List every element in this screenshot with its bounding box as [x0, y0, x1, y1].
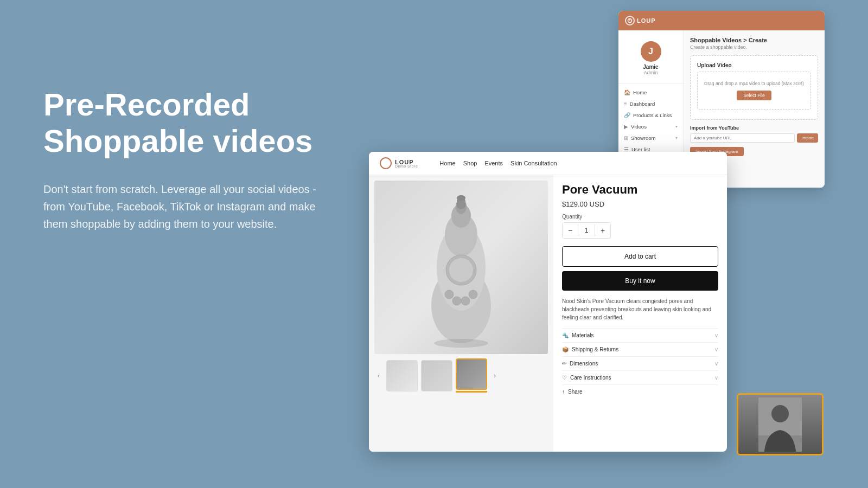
import-youtube-button[interactable]: Import — [797, 133, 818, 143]
chevron-down-icon: ∨ — [714, 332, 718, 338]
admin-role: Admin — [644, 70, 658, 75]
store-logo: LOUP Demo Store — [380, 157, 418, 169]
sidebar-item-videos[interactable]: ▶ Videos ▾ — [618, 121, 683, 132]
chevron-down-icon: ▾ — [675, 136, 678, 140]
store-body: ‹ › Pore Vacuum $129.00 USD Quantity − — [369, 175, 727, 452]
share-text: Share — [568, 389, 583, 395]
accordion-share-label: ↑ Share — [562, 389, 583, 395]
import-youtube-title: Import from YouTube — [690, 125, 818, 131]
dimensions-text: Dimensions — [570, 361, 598, 367]
video-person-preview — [738, 395, 822, 454]
admin-user: J Jamie Admin — [618, 36, 683, 84]
sidebar-item-dashboard[interactable]: ≡ Dashboard — [618, 98, 683, 110]
prev-thumb-arrow[interactable]: ‹ — [374, 371, 383, 380]
breadcrumb-sub: Create a shoppable video. — [690, 44, 818, 50]
thumbnail-1[interactable] — [386, 360, 418, 391]
thumb-active-indicator — [456, 391, 487, 393]
next-thumb-arrow[interactable]: › — [490, 371, 499, 380]
youtube-url-input[interactable] — [690, 133, 795, 143]
sidebar-item-label: Showroom — [631, 135, 655, 141]
thumbnail-2[interactable] — [421, 360, 452, 391]
home-icon: 🏠 — [624, 89, 630, 95]
sidebar-item-products[interactable]: 🔗 Products & Links — [618, 110, 683, 121]
accordion-dimensions-label: ✏ Dimensions — [562, 361, 598, 367]
admin-topbar: LOUP — [618, 11, 825, 30]
sidebar-item-label: Dashboard — [630, 101, 655, 107]
store-logo-text-group: LOUP Demo Store — [395, 159, 418, 168]
main-heading: Pre-Recorded Shoppable videos — [43, 87, 326, 159]
breadcrumb: Shoppable Videos > Create — [690, 37, 818, 43]
svg-point-10 — [449, 258, 473, 282]
sidebar-item-label: Home — [633, 89, 647, 95]
video-overlay[interactable] — [737, 393, 824, 455]
accordion-dimensions[interactable]: ✏ Dimensions ∨ — [562, 356, 718, 370]
showroom-icon: ⊞ — [624, 135, 628, 141]
sidebar-item-label: Videos — [631, 124, 647, 130]
products-icon: 🔗 — [624, 112, 630, 118]
accordion-care[interactable]: ♡ Care Instructions ∨ — [562, 370, 718, 384]
svg-point-18 — [771, 405, 789, 422]
quantity-control: − 1 + — [562, 222, 611, 239]
svg-point-15 — [434, 339, 488, 348]
thumb-image-1[interactable] — [386, 360, 418, 391]
svg-point-11 — [445, 290, 454, 299]
share-icon: ↑ — [562, 389, 565, 395]
product-title: Pore Vacuum — [562, 183, 718, 197]
nav-skin-consultation[interactable]: Skin Consultation — [510, 160, 557, 166]
accordion-share[interactable]: ↑ Share — [562, 384, 718, 399]
admin-name: Jamie — [643, 64, 658, 70]
chevron-down-icon: ∨ — [714, 361, 718, 367]
avatar: J — [641, 41, 661, 62]
thumbnail-3-group — [456, 358, 487, 393]
sidebar-item-showroom[interactable]: ⊞ Showroom ▾ — [618, 132, 683, 144]
left-content-area: Pre-Recorded Shoppable videos Don't star… — [43, 87, 326, 233]
sidebar-item-home[interactable]: 🏠 Home — [618, 87, 683, 98]
upload-drop-area[interactable]: Drag and drop a mp4 video to upload (Max… — [697, 72, 811, 110]
chevron-down-icon: ▾ — [675, 124, 678, 129]
store-navigation: Home Shop Events Skin Consultation — [439, 160, 557, 166]
product-svg-illustration — [407, 186, 515, 349]
chevron-down-icon: ∨ — [714, 375, 718, 381]
thumb-image-2[interactable] — [421, 360, 452, 391]
accordion-shipping[interactable]: 📦 Shipping & Returns ∨ — [562, 342, 718, 356]
svg-point-14 — [469, 290, 477, 299]
accordion-materials[interactable]: 🔩 Materials ∨ — [562, 328, 718, 342]
person-svg — [758, 397, 802, 452]
svg-point-13 — [461, 297, 470, 305]
nav-shop[interactable]: Shop — [463, 160, 477, 166]
product-description: Nood Skin's Pore Vacuum clears congested… — [562, 297, 718, 322]
upload-drop-text: Drag and drop a mp4 video to upload (Max… — [702, 81, 806, 86]
store-logo-sub: Demo Store — [395, 164, 418, 168]
import-youtube-row: Import — [690, 133, 818, 143]
chevron-down-icon: ∨ — [714, 346, 718, 352]
materials-text: Materials — [572, 332, 594, 338]
add-to-cart-button[interactable]: Add to cart — [562, 246, 718, 267]
select-file-button[interactable]: Select File — [737, 91, 771, 100]
accordion-materials-label: 🔩 Materials — [562, 332, 594, 338]
admin-logo: LOUP — [625, 16, 656, 25]
sidebar-item-label: Products & Links — [633, 112, 672, 118]
quantity-increase-button[interactable]: + — [595, 223, 610, 238]
admin-logo-text: LOUP — [637, 17, 656, 24]
upload-title: Upload Video — [697, 62, 811, 68]
dashboard-icon: ≡ — [624, 101, 627, 107]
quantity-value: 1 — [578, 224, 595, 236]
nav-home[interactable]: Home — [439, 160, 455, 166]
quantity-decrease-button[interactable]: − — [563, 223, 578, 238]
product-info-column: Pore Vacuum $129.00 USD Quantity − 1 + A… — [553, 175, 727, 452]
store-topbar: LOUP Demo Store Home Shop Events Skin Co… — [369, 152, 727, 175]
thumb-image-3-active[interactable] — [456, 358, 487, 390]
shipping-icon: 📦 — [562, 346, 569, 352]
care-icon: ♡ — [562, 375, 567, 381]
nav-events[interactable]: Events — [484, 160, 503, 166]
accordion-care-label: ♡ Care Instructions — [562, 375, 611, 381]
product-main-image — [374, 181, 548, 354]
store-logo-circle — [380, 157, 392, 169]
product-thumbnails: ‹ › — [374, 358, 548, 393]
product-image-column: ‹ › — [369, 175, 553, 452]
buy-now-button[interactable]: Buy it now — [562, 271, 718, 291]
care-text: Care Instructions — [570, 375, 611, 381]
store-panel: LOUP Demo Store Home Shop Events Skin Co… — [369, 152, 727, 452]
dimensions-icon: ✏ — [562, 361, 566, 367]
videos-icon: ▶ — [624, 124, 628, 130]
